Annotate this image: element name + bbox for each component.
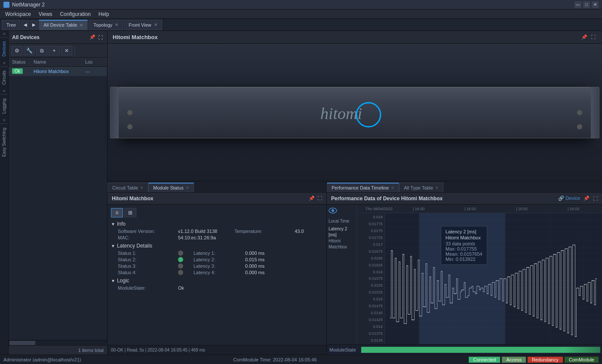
device-view-expand[interactable]: ⛶: [591, 34, 597, 40]
left-panel: All Devices 📌 ⛶ ⚙ 🔧 ⧉ + ✕ Status Name Lo…: [9, 31, 108, 355]
title-bar-controls[interactable]: — □ ✕: [574, 1, 599, 8]
pin-panel-button[interactable]: 📌: [89, 34, 96, 41]
y-01625: 0.01625: [358, 263, 383, 267]
y-0175: 0.0175: [358, 229, 383, 233]
latency-row-3: Status 3: Latency 3: 0.000 ms: [111, 263, 323, 269]
tab-nav-prev[interactable]: ◀: [22, 20, 29, 30]
module-status-close[interactable]: ✕: [186, 186, 189, 190]
sidebar-circuits-close[interactable]: ✕: [0, 60, 8, 67]
all-type-table-close[interactable]: ✕: [435, 186, 439, 190]
all-type-table-label: All Type Table: [404, 185, 433, 190]
tab-performance-data-timeline[interactable]: Performance Data Timeline ✕: [327, 183, 399, 192]
y-01725: 0.01725: [358, 236, 383, 240]
menu-help[interactable]: Help: [95, 10, 113, 18]
latency-row-1: Status 1: Latency 1: 0.000 ms: [111, 251, 323, 256]
title-bar-left: NetManager 2: [3, 2, 45, 8]
sidebar-devices-close[interactable]: ✕: [0, 31, 8, 37]
table-row[interactable]: Ok Hitomi Matchbox ---: [9, 67, 107, 76]
close-button[interactable]: ✕: [592, 1, 599, 8]
copy-button[interactable]: ⧉: [36, 46, 47, 55]
status2-label: Status 2:: [118, 257, 178, 262]
chart-pin[interactable]: 📌: [584, 196, 590, 201]
horizontal-scrollbar[interactable]: [9, 340, 107, 345]
circuit-table-close[interactable]: ✕: [140, 186, 144, 190]
cell-name: Hitomi Matchbox: [30, 68, 82, 75]
sidebar-item-circuits[interactable]: Circuits: [0, 67, 8, 88]
status-admin: Administrator (admin@localhost/v21): [3, 357, 81, 362]
tab-nav-next[interactable]: ▶: [30, 20, 38, 30]
tools-button[interactable]: 🔧: [24, 46, 35, 55]
device-view-pin[interactable]: 📌: [581, 34, 587, 40]
y-axis: 0.018 0.01775 0.0175 0.01725 0.017 0.016…: [357, 213, 385, 344]
bottom-left-pin[interactable]: 📌: [309, 196, 315, 201]
tab-all-type-table[interactable]: All Type Table ✕: [399, 183, 443, 192]
module-status-content: ≡ ⊞ ▼ Info Software Version: v1.12.0 Bui…: [108, 205, 326, 345]
expand-panel-button[interactable]: ⛶: [97, 34, 104, 41]
tab-module-status[interactable]: Module Status ✕: [148, 183, 194, 192]
delete-button[interactable]: ✕: [61, 46, 72, 55]
y-01675: 0.01675: [358, 249, 383, 254]
rack-unit: hitomi: [118, 87, 591, 138]
bottom-left-panel-header: Hitomi Matchbox 📌 ⛶: [108, 193, 326, 205]
table-footer: 1 items total: [9, 345, 107, 355]
title-bar: NetManager 2 — □ ✕: [0, 0, 602, 9]
temperature-value: 43.0: [295, 229, 304, 234]
y-01425: 0.01425: [358, 318, 383, 322]
device-view-controls: 📌 ⛶: [581, 34, 597, 40]
status1-label: Status 1:: [118, 251, 178, 256]
logic-section-header: ▼ Logic: [111, 278, 323, 284]
list-view-btn[interactable]: ≡: [111, 208, 123, 217]
status-commodule-time: ComModule Time: 2022-08-04 16:05:46: [233, 357, 316, 362]
tab-all-device-close[interactable]: ✕: [80, 23, 83, 28]
bottom-left-expand[interactable]: ⛶: [317, 196, 322, 201]
tab-tree[interactable]: Tree: [2, 20, 21, 30]
device-view-header: Hitomi Matchbox 📌 ⛶: [108, 31, 602, 44]
latency2-value: 0.015 ms: [245, 257, 264, 262]
sidebar-item-easy-switching[interactable]: Easy Switching: [0, 124, 8, 160]
device-link[interactable]: 🔗 Device: [558, 196, 580, 201]
menu-workspace[interactable]: Workspace: [2, 10, 34, 18]
status3-label: Status 3:: [118, 263, 178, 269]
sidebar-logging-close[interactable]: ✕: [0, 88, 8, 95]
badge-connected: Connected: [469, 357, 500, 363]
bottom-left-tab-bar: Circuit Table ✕ Module Status ✕: [108, 181, 326, 193]
tab-all-device-table[interactable]: All Device Table ✕: [39, 20, 88, 30]
tab-topology-label: Topology: [93, 22, 112, 28]
scrollbar-thumb[interactable]: [9, 341, 35, 345]
settings-button[interactable]: ⚙: [11, 46, 22, 55]
tab-front-view-close[interactable]: ✕: [154, 22, 157, 27]
circuit-table-label: Circuit Table: [112, 185, 138, 190]
sidebar-item-devices[interactable]: Devices: [0, 37, 8, 60]
tooltip-series: Latency 2 [ms]: [445, 229, 482, 234]
menu-configuration[interactable]: Configuration: [57, 10, 94, 18]
minimize-button[interactable]: —: [574, 1, 581, 8]
view-toggle: ≡ ⊞: [111, 208, 323, 217]
tab-front-view[interactable]: Front View ✕: [124, 20, 162, 30]
main-tab-bar: Tree ◀ ▶ All Device Table ✕ Topology ✕ F…: [0, 19, 602, 31]
logic-label: Logic: [117, 278, 129, 284]
eye-svg: [329, 208, 337, 214]
y-01375: 0.01375: [358, 331, 383, 336]
grid-view-btn[interactable]: ⊞: [124, 208, 136, 217]
y-0145: 0.0145: [358, 311, 383, 315]
tab-topology[interactable]: Topology ✕: [89, 20, 123, 30]
perf-timeline-close[interactable]: ✕: [391, 186, 394, 190]
col-name: Name: [30, 58, 82, 66]
sidebar-easyswitching-close[interactable]: ✕: [0, 117, 8, 124]
chart-series-info: Local Time Latency 2 [ms] Hitomi Matchbo…: [329, 218, 355, 250]
port-left-2: [127, 124, 132, 129]
table-header: Status Name Loc: [9, 58, 107, 67]
maximize-button[interactable]: □: [583, 1, 590, 8]
status3-dot: [178, 263, 183, 269]
tab-topology-close[interactable]: ✕: [115, 22, 118, 27]
add-button[interactable]: +: [49, 46, 60, 55]
chart-expand[interactable]: ⛶: [593, 196, 598, 201]
eye-icon[interactable]: [329, 206, 337, 215]
tab-circuit-table[interactable]: Circuit Table ✕: [108, 183, 148, 192]
menu-views[interactable]: Views: [35, 10, 56, 18]
svg-point-3: [332, 209, 334, 212]
tooltip-mean: Mean: 0.0157654: [445, 251, 482, 257]
sidebar-item-logging[interactable]: Logging: [0, 95, 8, 117]
sidebar-labels: ✕ Devices ✕ Circuits ✕ Logging ✕ Easy Sw…: [0, 31, 9, 355]
bottom-left-status: 00-OK | Read, 5s | 2022-08-04 16:05:45 |…: [108, 345, 326, 355]
